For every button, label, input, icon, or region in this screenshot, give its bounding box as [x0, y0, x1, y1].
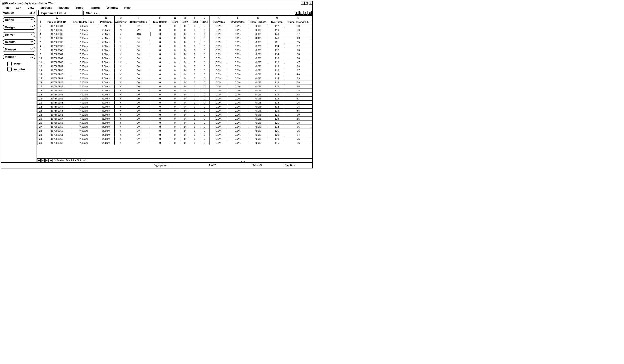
cell[interactable]: 120 [269, 133, 285, 137]
row-number[interactable]: 23 [37, 109, 44, 113]
cell[interactable]: 0 [170, 92, 180, 96]
cell[interactable]: 115 [269, 109, 285, 113]
sidebar-close-icon[interactable]: X [33, 11, 35, 15]
cell[interactable]: 85 [285, 85, 312, 89]
cell[interactable]: 0 [150, 129, 170, 133]
row-number[interactable]: 12 [37, 64, 44, 68]
cell[interactable]: 7:00am [97, 80, 114, 85]
cell[interactable]: 0 [190, 80, 200, 85]
cell[interactable]: 86 [285, 109, 312, 113]
cell[interactable]: Y [115, 125, 127, 129]
cell[interactable]: 0 [180, 52, 190, 56]
cell[interactable]: 0.0% [248, 117, 269, 121]
table-row[interactable]: 141073809467:00am7:00amYOK000000.0%0.0%0… [37, 72, 312, 76]
cell[interactable]: 0.0% [248, 48, 269, 52]
cell[interactable]: 0 [190, 60, 200, 64]
cell[interactable]: 86 [285, 80, 312, 85]
cell[interactable]: 0 [190, 40, 200, 44]
table-row[interactable]: 41073809367:00am7:00amYLOW000000.0%0.0%0… [37, 32, 312, 36]
row-number[interactable]: 14 [37, 72, 44, 76]
cell[interactable]: 0 [150, 76, 170, 80]
cell[interactable]: 7:00am [70, 64, 97, 68]
table-row[interactable]: 21073809346:45amNYOK000000.0%0.0%0.0%112… [37, 24, 312, 28]
cell[interactable]: 0.0% [209, 96, 228, 101]
row-number[interactable]: 4 [37, 32, 44, 36]
cell[interactable]: 0.0% [248, 121, 269, 125]
table-row[interactable]: 231073809557:00am7:00amYOK000000.0%0.0%0… [37, 109, 312, 113]
cell[interactable]: 0 [150, 24, 170, 28]
row-number[interactable]: 7 [37, 44, 44, 48]
cell[interactable]: 0 [150, 101, 170, 105]
cell[interactable]: 0 [170, 28, 180, 32]
cell[interactable]: 0 [200, 133, 209, 137]
cell[interactable]: 0.0% [228, 52, 248, 56]
cell[interactable]: 107380943 [44, 60, 70, 64]
cell[interactable]: Y [115, 36, 127, 40]
cell[interactable]: 0 [170, 125, 180, 129]
cell[interactable]: 112 [269, 85, 285, 89]
cell[interactable]: 0.0% [209, 109, 228, 113]
cell[interactable]: 0 [180, 121, 190, 125]
cell[interactable]: 7:00am [70, 85, 97, 89]
table-row[interactable]: 281073809607:00am7:00amYOK000000.0%0.0%0… [37, 129, 312, 133]
column-letter[interactable]: G [170, 16, 180, 20]
cell[interactable]: 0 [200, 96, 209, 101]
cell[interactable]: 0 [180, 76, 190, 80]
maximize-button[interactable]: ❐ [305, 1, 309, 5]
cell[interactable]: 0.0% [228, 109, 248, 113]
cell[interactable]: 0 [150, 137, 170, 141]
cell[interactable]: 0 [200, 85, 209, 89]
cell[interactable]: 0 [150, 92, 170, 96]
spreadsheet-grid[interactable]: ABCDEFGHIJKLMNO1Precinc Unit ID#Last Upd… [37, 16, 312, 158]
row-number[interactable]: 21 [37, 101, 44, 105]
cell[interactable]: 0 [150, 64, 170, 68]
column-letter[interactable]: A [44, 16, 70, 20]
table-row[interactable]: 311073809637:00am7:00amYOK000000.0%0.0%0… [37, 141, 312, 145]
cell[interactable]: 112 [269, 24, 285, 28]
cell[interactable]: 76 [285, 101, 312, 105]
cell[interactable]: 56 [285, 125, 312, 129]
cell[interactable]: 0.0% [209, 40, 228, 44]
cell[interactable]: 0 [150, 52, 170, 56]
cell[interactable]: Y [115, 117, 127, 121]
cell[interactable]: 0 [170, 24, 180, 28]
cell[interactable]: 7:00am [70, 76, 97, 80]
cell[interactable]: OK [127, 76, 150, 80]
cell[interactable]: 0 [150, 68, 170, 72]
row-number[interactable]: 17 [37, 85, 44, 89]
tab-nav-first-icon[interactable]: ▮◂ [295, 11, 299, 15]
cell[interactable]: 0 [200, 36, 209, 40]
cell[interactable]: Y [115, 52, 127, 56]
cell[interactable]: 0 [170, 44, 180, 48]
cell[interactable]: Y [115, 56, 127, 60]
cell[interactable]: Y [115, 129, 127, 133]
table-row[interactable]: 121073809447:00am7:00amYOK000000.0%0.0%0… [37, 64, 312, 68]
cell[interactable]: Y [115, 121, 127, 125]
cell[interactable]: 7:00am [97, 68, 114, 72]
table-row[interactable]: 241073809567:00am7:00amYOK000000.0%0.0%0… [37, 113, 312, 117]
cell[interactable]: 107380946 [44, 72, 70, 76]
cell[interactable]: Y [115, 40, 127, 44]
cell[interactable]: 87 [285, 68, 312, 72]
cell[interactable]: 0 [200, 113, 209, 117]
cell[interactable]: 0 [190, 113, 200, 117]
cell[interactable]: 0 [180, 40, 190, 44]
cell[interactable]: 7:00am [97, 76, 114, 80]
cell[interactable]: Y [115, 60, 127, 64]
cell[interactable]: 113 [269, 96, 285, 101]
row-number[interactable]: 24 [37, 113, 44, 117]
cell[interactable]: 0 [180, 48, 190, 52]
cell[interactable]: OK [127, 40, 150, 44]
cell[interactable]: 107380950 [44, 89, 70, 92]
column-header[interactable]: BS#4 [200, 20, 209, 24]
cell[interactable]: 0 [200, 129, 209, 133]
cell[interactable]: 0 [200, 101, 209, 105]
cell[interactable]: 0 [150, 60, 170, 64]
cell[interactable]: 47 [285, 60, 312, 64]
table-row[interactable]: 301073809627:00am7:00amYOK000000.0%0.0%0… [37, 137, 312, 141]
cell[interactable]: 0 [190, 56, 200, 60]
cell[interactable]: 107380955 [44, 109, 70, 113]
cell[interactable]: 0 [190, 133, 200, 137]
row-number[interactable]: 20 [37, 96, 44, 101]
sidebar-item-results[interactable]: Results︾ [3, 39, 35, 45]
